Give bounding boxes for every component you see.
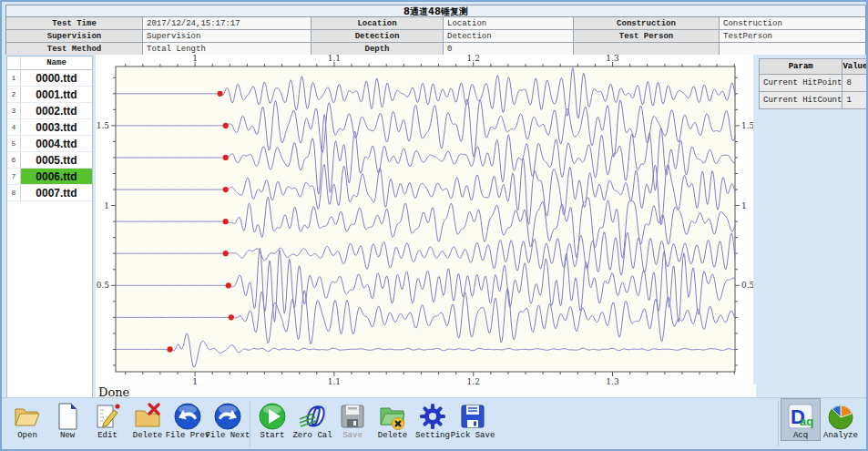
new-file-icon <box>53 401 83 431</box>
row-number: 7 <box>7 169 21 184</box>
file-list-panel: Name 1 0000.ttd 2 0001.ttd 3 0002.ttd 4 … <box>6 56 93 398</box>
info-row: Test Method Total Length Depth 0 <box>6 43 865 55</box>
location-label: Location <box>311 17 444 29</box>
list-item[interactable]: 4 0003.ttd <box>7 119 92 136</box>
empty-value <box>720 43 865 55</box>
edit-button[interactable]: Edit <box>87 398 128 440</box>
start-icon <box>258 401 288 431</box>
acq-mode-button[interactable]: D aq Acq <box>781 398 821 441</box>
construction-label: Construction <box>574 17 720 29</box>
app-window: 8通道48锤复测 Test Time 2017/12/24,15:17:17 L… <box>0 0 868 451</box>
test-method-value[interactable]: Total Length <box>143 43 311 55</box>
file-name[interactable]: 0007.ttd <box>21 185 92 200</box>
file-list-header: Name <box>7 56 92 70</box>
toolbar: Open New Edit <box>2 397 866 449</box>
table-row: Current HitPoint 8 <box>760 75 868 92</box>
file-name[interactable]: 0001.ttd <box>21 87 92 102</box>
svg-text:1: 1 <box>104 201 109 210</box>
pick-save-icon <box>458 401 488 431</box>
save-icon <box>338 401 368 431</box>
param-header: Param <box>760 59 842 75</box>
pie-chart-icon <box>826 401 856 431</box>
row-number: 5 <box>7 136 21 151</box>
row-number: 6 <box>7 152 21 168</box>
file-name[interactable]: 0003.ttd <box>21 119 92 135</box>
list-item[interactable]: 3 0002.ttd <box>7 103 92 119</box>
file-name[interactable]: 0002.ttd <box>21 103 92 118</box>
svg-text:1.2: 1.2 <box>467 55 480 63</box>
test-person-value[interactable]: TestPerson <box>720 30 865 42</box>
svg-text:1.5: 1.5 <box>97 121 110 130</box>
row-number: 2 <box>7 87 21 102</box>
file-name[interactable]: 0006.ttd <box>21 169 92 184</box>
pick-save-button[interactable]: Pick Save <box>453 398 493 440</box>
location-value[interactable]: Location <box>444 17 574 29</box>
file-next-button[interactable]: File Next <box>208 398 248 440</box>
delete-data-button[interactable]: Delete <box>373 398 413 440</box>
save-button[interactable]: Save <box>332 398 373 440</box>
svg-text:1.3: 1.3 <box>606 55 619 63</box>
zero-cal-icon: 0 <box>298 401 328 431</box>
waveform-chart[interactable]: 111.11.11.21.21.31.31.51.5110.50.5 <box>96 55 753 384</box>
settings-gear-icon <box>418 401 448 431</box>
row-number: 8 <box>7 185 21 200</box>
list-item[interactable]: 8 0007.ttd <box>7 185 92 201</box>
svg-text:aq: aq <box>800 415 813 428</box>
depth-value[interactable]: 0 <box>444 43 574 55</box>
info-row: Test Time 2017/12/24,15:17:17 Location L… <box>6 17 865 30</box>
analyze-mode-button[interactable]: Analyze <box>821 398 861 440</box>
svg-text:1.1: 1.1 <box>328 377 341 384</box>
svg-text:1.2: 1.2 <box>467 377 480 384</box>
supervision-value[interactable]: Supervision <box>143 30 311 42</box>
file-prev-button[interactable]: File Prev <box>168 398 208 440</box>
supervision-label: Supervision <box>6 30 143 42</box>
file-name[interactable]: 0005.ttd <box>21 152 92 168</box>
empty-label <box>574 43 720 55</box>
list-item-selected[interactable]: 7 0006.ttd <box>7 169 92 185</box>
zero-cal-button[interactable]: 0 Zero Cal <box>292 398 332 440</box>
hitpoint-value: 8 <box>842 75 868 92</box>
delete-data-icon <box>378 401 408 431</box>
test-person-label: Test Person <box>574 30 720 42</box>
hitcount-value: 1 <box>842 92 868 109</box>
list-item[interactable]: 1 0000.ttd <box>7 70 92 87</box>
test-time-label: Test Time <box>6 17 143 29</box>
svg-text:1: 1 <box>192 377 198 384</box>
test-info-table: 8通道48锤复测 Test Time 2017/12/24,15:17:17 L… <box>5 5 866 55</box>
table-row: Current HitCount 1 <box>760 92 868 109</box>
delete-file-button[interactable]: Delete <box>128 398 168 440</box>
daq-icon: D aq <box>786 401 816 431</box>
open-folder-icon <box>13 401 43 431</box>
svg-text:1.5: 1.5 <box>741 121 753 130</box>
new-button[interactable]: New <box>47 398 87 440</box>
toolbar-separator <box>250 401 250 446</box>
detection-value[interactable]: Detection <box>444 30 574 42</box>
file-name[interactable]: 0004.ttd <box>21 136 92 151</box>
waveform-plot[interactable]: 111.11.11.21.21.31.31.51.5110.50.5 <box>96 55 753 384</box>
file-prev-icon <box>173 401 203 431</box>
row-number-header <box>7 56 21 69</box>
svg-text:1.3: 1.3 <box>606 377 619 384</box>
open-button[interactable]: Open <box>7 398 47 440</box>
value-header: Value <box>842 59 868 75</box>
list-item[interactable]: 6 0005.ttd <box>7 152 92 169</box>
svg-text:1: 1 <box>192 55 198 63</box>
test-title: 8通道48锤复测 <box>6 5 865 17</box>
setting-button[interactable]: Setting <box>413 398 453 440</box>
detection-label: Detection <box>311 30 444 42</box>
svg-text:0.5: 0.5 <box>741 281 753 290</box>
list-item[interactable]: 2 0001.ttd <box>7 87 92 103</box>
test-time-value[interactable]: 2017/12/24,15:17:17 <box>143 17 311 29</box>
construction-value[interactable]: Construction <box>720 17 865 29</box>
test-method-label: Test Method <box>6 43 143 55</box>
svg-text:1.1: 1.1 <box>328 55 341 63</box>
row-number: 4 <box>7 119 21 135</box>
hitpoint-label: Current HitPoint <box>760 75 842 92</box>
row-number: 3 <box>7 103 21 118</box>
name-column-header: Name <box>21 56 92 69</box>
list-item[interactable]: 5 0004.ttd <box>7 136 92 152</box>
start-button[interactable]: Start <box>252 398 292 440</box>
depth-label: Depth <box>311 43 444 55</box>
file-name[interactable]: 0000.ttd <box>21 70 92 86</box>
file-next-icon <box>213 401 243 431</box>
